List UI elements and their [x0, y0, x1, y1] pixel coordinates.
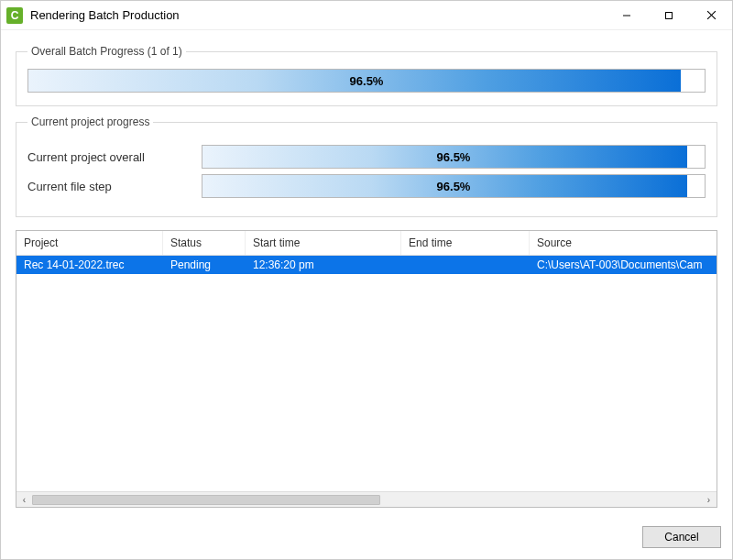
td-status: Pending: [163, 257, 246, 273]
svg-rect-1: [666, 12, 673, 18]
minimize-icon: [622, 11, 631, 20]
current-progress-group: Current project progress Current project…: [16, 115, 717, 217]
scroll-right-icon[interactable]: ›: [701, 492, 717, 508]
th-project[interactable]: Project: [16, 231, 163, 255]
th-source[interactable]: Source: [530, 231, 717, 255]
scroll-thumb[interactable]: [32, 495, 380, 505]
current-overall-progress-label: 96.5%: [202, 146, 705, 168]
th-start[interactable]: Start time: [246, 231, 401, 255]
current-overall-progress-bar: 96.5%: [202, 145, 706, 169]
window-title: Rendering Batch Production: [30, 8, 180, 22]
scroll-left-icon[interactable]: ‹: [16, 492, 32, 508]
horizontal-scrollbar[interactable]: ‹ ›: [16, 491, 717, 507]
current-file-progress-bar: 96.5%: [202, 174, 706, 198]
project-table: Project Status Start time End time Sourc…: [16, 230, 717, 508]
maximize-button[interactable]: [648, 1, 690, 29]
overall-progress-bar: 96.5%: [27, 69, 706, 93]
current-file-label: Current file step: [27, 180, 202, 193]
th-end[interactable]: End time: [401, 231, 530, 255]
current-overall-row: Current project overall 96.5%: [27, 145, 706, 169]
dialog-footer: Cancel: [1, 519, 732, 559]
overall-progress-label: 96.5%: [28, 70, 705, 92]
dialog-window: Rendering Batch Production Overall Batch…: [0, 0, 733, 560]
current-file-row: Current file step 96.5%: [27, 174, 706, 198]
close-button[interactable]: [690, 1, 732, 29]
overall-progress-group: Overall Batch Progress (1 of 1) 96.5%: [16, 45, 717, 106]
window-controls: [606, 1, 732, 29]
table-header: Project Status Start time End time Sourc…: [16, 231, 717, 256]
dialog-body: Overall Batch Progress (1 of 1) 96.5% Cu…: [1, 30, 732, 519]
th-status[interactable]: Status: [163, 231, 246, 255]
td-source: C:\Users\AT-003\Documents\Cam: [530, 257, 717, 273]
app-icon: [6, 7, 23, 24]
td-project: Rec 14-01-2022.trec: [16, 257, 163, 273]
current-file-progress-label: 96.5%: [202, 175, 705, 197]
maximize-icon: [664, 11, 673, 20]
overall-progress-legend: Overall Batch Progress (1 of 1): [27, 45, 186, 58]
current-progress-legend: Current project progress: [27, 115, 153, 128]
titlebar: Rendering Batch Production: [1, 1, 732, 30]
current-overall-label: Current project overall: [27, 150, 202, 164]
close-icon: [706, 10, 717, 20]
scroll-track[interactable]: [32, 492, 701, 507]
td-end: [401, 263, 530, 267]
table-row[interactable]: Rec 14-01-2022.trec Pending 12:36:20 pm …: [16, 256, 717, 274]
table-body: Rec 14-01-2022.trec Pending 12:36:20 pm …: [16, 256, 717, 491]
minimize-button[interactable]: [606, 1, 648, 29]
cancel-button[interactable]: Cancel: [642, 526, 721, 548]
td-start: 12:36:20 pm: [246, 257, 401, 273]
